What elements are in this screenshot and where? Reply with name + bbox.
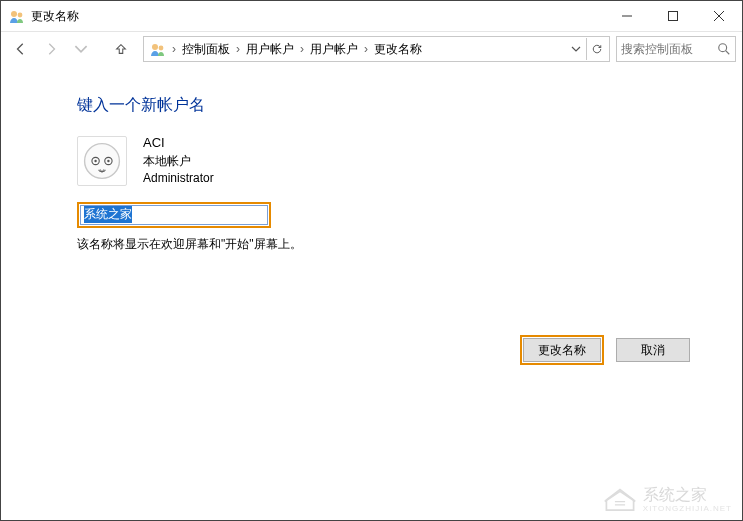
breadcrumb[interactable]: 用户帐户 xyxy=(242,41,298,58)
minimize-button[interactable] xyxy=(604,1,650,31)
window-title: 更改名称 xyxy=(31,8,79,25)
button-row: 更改名称 取消 xyxy=(520,335,690,365)
user-accounts-icon xyxy=(9,8,25,24)
svg-line-9 xyxy=(726,51,730,55)
refresh-button[interactable] xyxy=(586,38,607,60)
chevron-right-icon[interactable]: › xyxy=(234,42,242,56)
up-button[interactable] xyxy=(107,35,135,63)
primary-button-highlight: 更改名称 xyxy=(520,335,604,365)
chevron-right-icon[interactable]: › xyxy=(170,42,178,56)
svg-point-0 xyxy=(11,11,17,17)
content: 键入一个新帐户名 ACI 本地帐户 Administrator xyxy=(1,67,742,520)
svg-point-7 xyxy=(159,46,164,51)
search-input[interactable]: 搜索控制面板 xyxy=(616,36,736,62)
user-info-row: ACI 本地帐户 Administrator xyxy=(77,134,742,188)
user-type: 本地帐户 xyxy=(143,153,214,170)
avatar xyxy=(77,136,127,186)
page-title: 键入一个新帐户名 xyxy=(77,95,742,116)
recent-locations-button[interactable] xyxy=(67,35,95,63)
title-bar: 更改名称 xyxy=(1,1,742,32)
history-dropdown-button[interactable] xyxy=(566,38,586,60)
breadcrumb[interactable]: 控制面板 xyxy=(178,41,234,58)
hint-text: 该名称将显示在欢迎屏幕和"开始"屏幕上。 xyxy=(77,236,742,253)
back-button[interactable] xyxy=(7,35,35,63)
svg-rect-3 xyxy=(669,12,678,21)
input-highlight xyxy=(77,202,271,228)
search-icon xyxy=(717,42,731,56)
user-role: Administrator xyxy=(143,170,214,187)
breadcrumb[interactable]: 用户帐户 xyxy=(306,41,362,58)
forward-button[interactable] xyxy=(37,35,65,63)
user-info: ACI 本地帐户 Administrator xyxy=(143,134,214,188)
svg-point-8 xyxy=(719,44,727,52)
svg-point-12 xyxy=(94,160,96,162)
breadcrumb[interactable]: 更改名称 xyxy=(370,41,426,58)
svg-point-10 xyxy=(85,143,120,178)
nav-row: › 控制面板 › 用户帐户 › 用户帐户 › 更改名称 搜索控制面板 xyxy=(1,32,742,66)
address-bar[interactable]: › 控制面板 › 用户帐户 › 用户帐户 › 更改名称 xyxy=(143,36,610,62)
maximize-button[interactable] xyxy=(650,1,696,31)
user-accounts-icon xyxy=(150,41,166,57)
account-name-input[interactable] xyxy=(80,205,268,225)
svg-point-1 xyxy=(18,13,23,18)
close-button[interactable] xyxy=(696,1,742,31)
user-name: ACI xyxy=(143,134,214,153)
cancel-button[interactable]: 取消 xyxy=(616,338,690,362)
change-name-button[interactable]: 更改名称 xyxy=(523,338,601,362)
chevron-right-icon[interactable]: › xyxy=(298,42,306,56)
window: 更改名称 › 控制面板 › 用户帐户 › 用户帐户 › xyxy=(0,0,743,521)
svg-point-14 xyxy=(107,160,109,162)
chevron-right-icon[interactable]: › xyxy=(362,42,370,56)
search-placeholder: 搜索控制面板 xyxy=(621,41,717,58)
svg-point-6 xyxy=(152,44,158,50)
